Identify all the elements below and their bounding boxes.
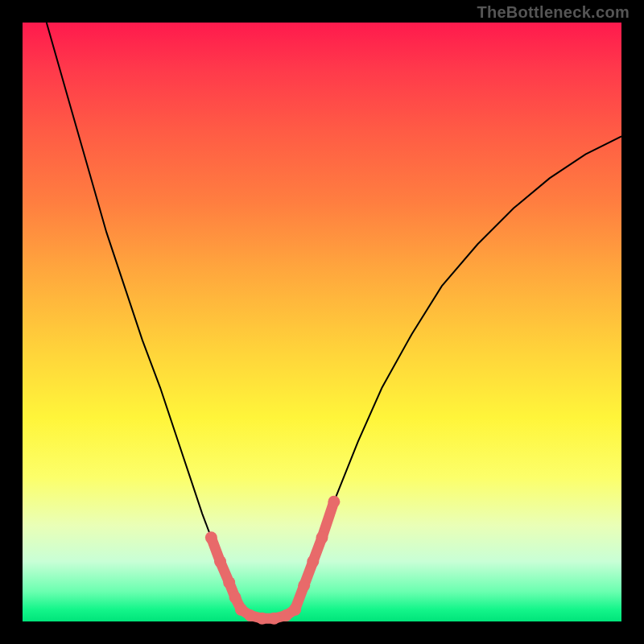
watermark-text: TheBottleneck.com xyxy=(477,3,630,22)
highlight-dot xyxy=(268,613,280,625)
highlight-dot xyxy=(316,531,328,543)
highlight-dot xyxy=(229,592,242,604)
outer-frame: TheBottleneck.com xyxy=(0,0,644,644)
black-curves xyxy=(47,23,621,618)
highlight-dot xyxy=(205,531,217,543)
highlight-dot xyxy=(289,604,301,616)
bottleneck-curve xyxy=(47,23,621,618)
highlight-dot xyxy=(223,576,235,588)
highlight-dot xyxy=(214,555,226,568)
highlight-dot xyxy=(307,555,319,568)
highlight-dot xyxy=(256,613,268,625)
highlight-dot xyxy=(298,580,310,592)
plot-area xyxy=(23,23,621,621)
pink-highlight xyxy=(205,496,341,625)
highlight-dot xyxy=(328,496,340,508)
curve-layer xyxy=(23,23,621,621)
highlight-dot xyxy=(244,609,256,621)
